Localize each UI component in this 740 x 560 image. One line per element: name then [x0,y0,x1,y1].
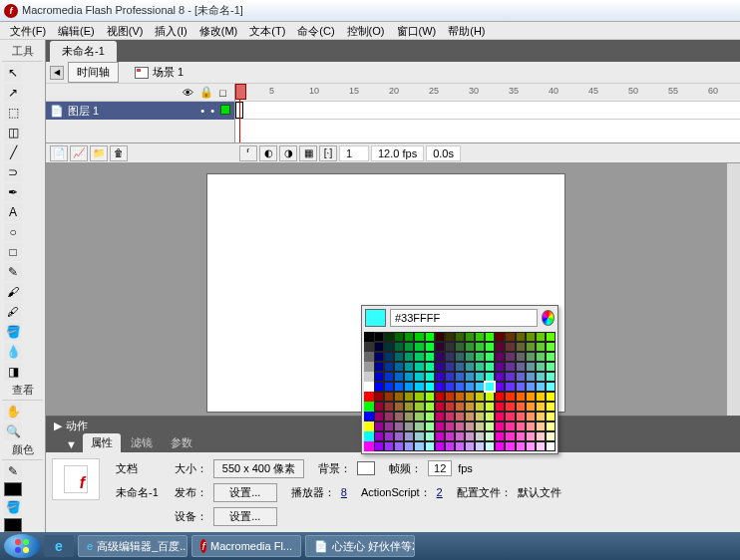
color-swatch[interactable] [455,412,465,421]
taskbar-item[interactable]: 📄心连心 好伙伴等2... [305,535,415,557]
layer-outline-swatch[interactable] [220,105,230,115]
color-swatch[interactable] [404,402,414,412]
color-swatch[interactable] [414,431,424,441]
color-swatch[interactable] [546,342,555,352]
oval-tool[interactable]: ○ [4,223,22,241]
color-swatch[interactable] [505,382,515,392]
color-swatch[interactable] [516,412,526,421]
color-swatch[interactable] [526,421,536,431]
color-swatch[interactable] [425,402,435,412]
gray-swatch[interactable] [364,372,374,382]
color-swatch[interactable] [465,402,475,412]
color-swatch[interactable] [414,441,424,451]
color-swatch[interactable] [455,372,465,382]
color-swatch[interactable] [475,441,485,451]
gradient-transform-tool[interactable]: ◫ [4,124,22,141]
color-swatch[interactable] [435,431,445,441]
color-swatch[interactable] [485,332,495,342]
color-swatch[interactable] [465,332,475,342]
color-swatch[interactable] [495,372,505,382]
color-swatch[interactable] [536,332,546,342]
color-swatch[interactable] [374,382,384,392]
color-swatch[interactable] [445,372,455,382]
color-swatch[interactable] [526,362,536,372]
onion-skin-outlines-button[interactable]: ◑ [279,145,297,161]
color-swatch[interactable] [495,352,505,362]
gray-swatch[interactable] [364,421,374,431]
taskbar-item[interactable]: e高级编辑器_百度... [78,535,187,557]
color-swatch[interactable] [414,412,424,421]
color-swatch[interactable] [455,402,465,412]
color-swatch[interactable] [516,441,526,451]
color-swatch[interactable] [394,431,404,441]
menu-control[interactable]: 控制(O) [341,22,391,39]
color-swatch[interactable] [526,402,536,412]
color-swatch[interactable] [485,412,495,421]
color-swatch[interactable] [546,412,555,421]
color-swatch[interactable] [546,402,555,412]
rectangle-tool[interactable]: □ [4,243,22,261]
tab-parameters[interactable]: 参数 [163,433,200,452]
color-swatch[interactable] [516,431,526,441]
menu-commands[interactable]: 命令(C) [291,22,340,39]
layer-visible-dot[interactable]: • [200,105,204,117]
color-swatch[interactable] [475,402,485,412]
text-tool[interactable]: A [4,203,22,221]
color-swatch[interactable] [526,392,536,402]
color-swatch[interactable] [384,362,394,372]
color-swatch[interactable] [516,372,526,382]
menu-help[interactable]: 帮助(H) [442,22,491,39]
color-swatch[interactable] [394,412,404,421]
gray-swatch[interactable] [364,392,374,402]
color-swatch[interactable] [516,421,526,431]
lasso-tool[interactable]: ⊃ [4,163,22,181]
menu-view[interactable]: 视图(V) [101,22,150,39]
color-swatch[interactable] [475,372,485,382]
layer-lock-dot[interactable]: • [210,105,214,117]
color-swatch[interactable] [435,412,445,421]
color-swatch[interactable] [425,362,435,372]
gray-swatch[interactable] [364,441,374,451]
color-swatch[interactable] [414,362,424,372]
color-swatch[interactable] [536,362,546,372]
color-swatch[interactable] [495,431,505,441]
timeline-ruler[interactable]: 151015202530354045505560657075808590 [235,84,740,102]
grayscale-column[interactable] [364,332,374,451]
menu-edit[interactable]: 编辑(E) [52,22,101,39]
color-swatch[interactable] [404,372,414,382]
color-swatch[interactable] [445,382,455,392]
color-swatch[interactable] [485,402,495,412]
eye-icon[interactable]: 👁 [183,87,193,99]
color-swatch[interactable] [404,441,414,451]
color-swatch[interactable] [394,352,404,362]
color-swatch[interactable] [505,352,515,362]
color-swatch[interactable] [526,382,536,392]
color-wheel-icon[interactable] [542,310,555,326]
hand-tool[interactable]: ✋ [4,403,22,420]
new-motion-guide-button[interactable]: 📈 [70,145,88,161]
color-swatch[interactable] [425,372,435,382]
color-swatch[interactable] [536,382,546,392]
color-swatch[interactable] [445,352,455,362]
color-swatch[interactable] [505,362,515,372]
color-swatch[interactable] [445,431,455,441]
color-swatch[interactable] [394,402,404,412]
stroke-color-swatch[interactable] [4,482,22,496]
color-swatch[interactable] [505,342,515,352]
color-swatch[interactable] [485,382,495,392]
edit-multiple-frames-button[interactable]: ▦ [299,145,317,161]
color-swatch[interactable] [546,382,555,392]
document-tab[interactable]: 未命名-1 [50,41,117,62]
color-swatch[interactable] [465,342,475,352]
color-swatch[interactable] [455,392,465,402]
color-swatch[interactable] [414,421,424,431]
color-swatch[interactable] [394,362,404,372]
color-swatch[interactable] [374,342,384,352]
color-swatch[interactable] [445,421,455,431]
background-color-swatch[interactable] [357,461,375,475]
color-swatch[interactable] [536,372,546,382]
color-swatch[interactable] [455,431,465,441]
color-swatch[interactable] [546,372,555,382]
gray-swatch[interactable] [364,382,374,392]
color-swatch[interactable] [455,332,465,342]
